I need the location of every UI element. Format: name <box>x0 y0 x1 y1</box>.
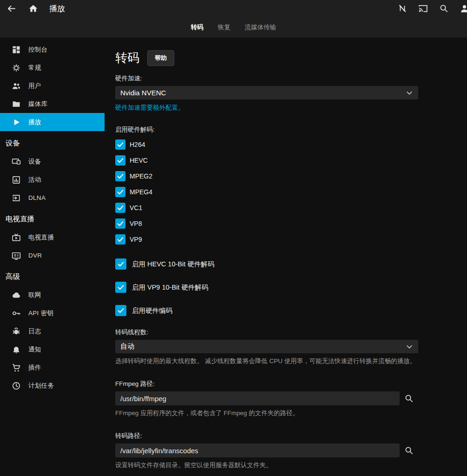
transcoding-settings: 转码 帮助 硬件加速: Nvidia NVENC 硬件加速需要额外配置。 启用硬… <box>105 38 467 476</box>
sidebar-item-DVR[interactable]: DVR <box>0 246 105 264</box>
thread-count-select[interactable]: 自动 <box>115 340 418 353</box>
live-tv-icon <box>12 233 21 242</box>
toggle-label: 启用 VP9 10-Bit 硬件解码 <box>132 283 208 292</box>
user-menu-button[interactable] <box>458 2 467 15</box>
sidebar-item-计划任务[interactable]: 计划任务 <box>0 377 105 395</box>
transcode-path-help: 设置转码文件存储目录。留空以使用服务器默认文件夹。 <box>115 461 467 469</box>
sidebar-item-用户[interactable]: 用户 <box>0 77 105 95</box>
cart-icon <box>12 363 21 372</box>
transcode-path-input[interactable] <box>115 443 400 457</box>
sidebar-item-label: 控制台 <box>28 46 47 54</box>
syncplay-button[interactable] <box>396 2 409 15</box>
codec-VP8-checkbox[interactable] <box>115 218 125 229</box>
sidebar-item-label: 用户 <box>28 82 41 90</box>
cast-button[interactable] <box>416 2 430 15</box>
back-button[interactable] <box>5 2 18 15</box>
sidebar-item-控制台[interactable]: 控制台 <box>0 40 105 59</box>
codec-checkbox-list: H264HEVCMPEG2MPEG4VC1VP8VP9 <box>115 139 467 245</box>
sidebar-item-label: 活动 <box>28 176 41 184</box>
tab-转码[interactable]: 转码 <box>190 20 204 34</box>
toggle-checkbox[interactable] <box>115 258 126 270</box>
syncplay-disabled-icon <box>398 4 407 13</box>
sidebar-item-插件[interactable]: 插件 <box>0 358 105 377</box>
check-icon <box>117 204 124 212</box>
sidebar-item-电视直播[interactable]: 电视直播 <box>0 228 105 246</box>
hardware-accel-config-link[interactable]: 硬件加速需要额外配置。 <box>115 104 184 112</box>
bug-icon <box>12 327 21 336</box>
folder-icon <box>12 99 21 109</box>
sidebar-item-label: DVR <box>28 252 42 259</box>
hardware-accel-label: 硬件加速: <box>115 74 467 83</box>
check-icon <box>117 307 125 314</box>
codec-MPEG2-checkbox[interactable] <box>115 171 125 181</box>
sidebar-item-通知[interactable]: 通知 <box>0 340 105 358</box>
ffmpeg-path-label: FFmpeg 路径: <box>115 380 467 388</box>
codec-VC1-row: VC1 <box>115 203 467 213</box>
sidebar-item-常规[interactable]: 常规 <box>0 59 105 77</box>
sidebar-item-播放[interactable]: 播放 <box>0 113 105 131</box>
check-icon <box>117 188 124 196</box>
codec-VC1-checkbox[interactable] <box>115 203 125 213</box>
tab-流媒体传输[interactable]: 流媒体传输 <box>244 20 277 34</box>
sidebar-section-heading: 高级 <box>0 264 105 286</box>
sidebar-item-label: 设备 <box>28 158 41 166</box>
tab-恢复[interactable]: 恢复 <box>217 20 231 34</box>
check-icon <box>117 141 124 148</box>
app-header: 播放 转码恢复流媒体传输 <box>0 0 467 38</box>
check-icon <box>117 172 124 180</box>
ffmpeg-path-input[interactable] <box>115 391 400 405</box>
codec-MPEG4-checkbox[interactable] <box>115 187 125 197</box>
thread-count-value: 自动 <box>120 342 134 351</box>
codec-VP8-row: VP8 <box>115 218 467 229</box>
page-title: 播放 <box>49 3 65 14</box>
section-title: 转码 <box>115 50 139 66</box>
hardware-accel-value: Nvidia NVENC <box>120 89 166 97</box>
check-icon <box>117 236 124 243</box>
key-icon <box>12 309 21 318</box>
search-icon <box>404 446 414 455</box>
top-bar-actions <box>396 2 467 15</box>
help-button[interactable]: 帮助 <box>147 50 174 66</box>
sidebar-item-label: 播放 <box>28 118 41 126</box>
codec-VP9-row: VP9 <box>115 234 467 245</box>
thread-count-help: 选择转码时使用的最大线程数。 减少线程数量将会降低 CPU 使用率，可能无法快速… <box>115 357 467 365</box>
sidebar-item-API 密钥[interactable]: API 密钥 <box>0 304 105 322</box>
transcode-path-browse-button[interactable] <box>403 445 414 456</box>
dashboard-icon <box>12 45 21 54</box>
sidebar-item-label: 电视直播 <box>28 233 54 242</box>
sidebar-item-label: API 密钥 <box>28 309 53 317</box>
hardware-accel-select[interactable]: Nvidia NVENC <box>115 86 418 99</box>
codec-H264-checkbox[interactable] <box>115 139 125 150</box>
home-icon <box>28 4 38 13</box>
sidebar-item-label: 常规 <box>28 64 41 72</box>
search-button[interactable] <box>437 2 450 15</box>
codec-MPEG4-row: MPEG4 <box>115 187 467 197</box>
hardware-decoding-label: 启用硬件解码: <box>115 126 467 134</box>
clock-icon <box>12 381 21 390</box>
codec-VP9-checkbox[interactable] <box>115 234 125 245</box>
sidebar-item-label: 日志 <box>28 327 41 336</box>
dvr-icon <box>12 251 21 260</box>
codec-HEVC-checkbox[interactable] <box>115 155 125 165</box>
sidebar-item-媒体库[interactable]: 媒体库 <box>0 95 105 113</box>
activity-icon <box>12 175 21 185</box>
sidebar-item-DLNA[interactable]: DLNA <box>0 189 105 207</box>
sidebar-item-联网[interactable]: 联网 <box>0 286 105 304</box>
ffmpeg-path-browse-button[interactable] <box>403 393 414 404</box>
gear-icon <box>12 63 21 73</box>
thread-count-label: 转码线程数: <box>115 328 467 337</box>
back-arrow-icon <box>7 4 16 13</box>
codec-MPEG4-label: MPEG4 <box>130 188 152 196</box>
sidebar-item-label: DLNA <box>28 194 46 201</box>
toggle-checkbox[interactable] <box>115 305 126 316</box>
home-button[interactable] <box>26 2 40 15</box>
sidebar-item-活动[interactable]: 活动 <box>0 171 105 189</box>
search-icon <box>404 394 414 403</box>
codec-MPEG2-row: MPEG2 <box>115 171 467 181</box>
toggle-checkbox[interactable] <box>115 282 126 293</box>
sidebar-item-日志[interactable]: 日志 <box>0 322 105 340</box>
codec-H264-label: H264 <box>130 141 145 148</box>
sidebar-item-设备[interactable]: 设备 <box>0 152 105 171</box>
cast-icon <box>418 4 428 13</box>
chevron-down-icon <box>405 343 414 351</box>
